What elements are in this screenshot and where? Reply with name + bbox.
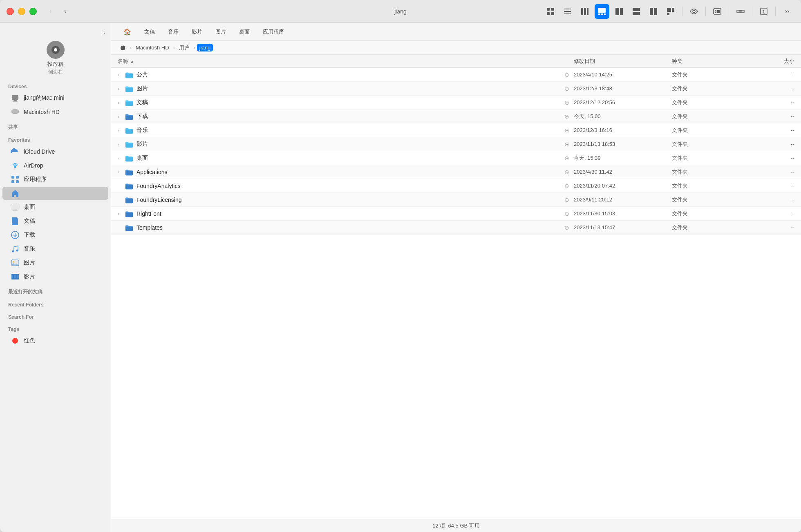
view5-button[interactable] [612, 4, 626, 19]
expand-icon[interactable]: › [118, 114, 124, 119]
column-view-button[interactable] [577, 4, 592, 19]
ruler-button[interactable] [733, 4, 748, 19]
tab-home[interactable]: 🏠 [118, 26, 137, 38]
file-date: 2023/12/3 16:16 [574, 127, 672, 133]
list-view-button[interactable] [560, 4, 575, 19]
breadcrumb-users[interactable]: 用户 [177, 43, 192, 52]
sidebar-item-applications[interactable]: 应用程序 [2, 173, 108, 186]
expand-icon[interactable]: › [118, 142, 124, 147]
col-kind-header[interactable]: 种类 [672, 58, 745, 65]
tab-music[interactable]: 音乐 [162, 26, 184, 38]
more-button[interactable] [710, 4, 725, 19]
forward-button[interactable]: › [60, 6, 71, 17]
tab-docs[interactable]: 文稿 [139, 26, 161, 38]
photos-icon [11, 258, 20, 267]
breadcrumb-macintosh[interactable]: Macintosh HD [133, 44, 172, 51]
info-button[interactable] [756, 4, 771, 19]
sidebar-item-movies[interactable]: 影片 [2, 270, 108, 283]
svg-rect-3 [551, 12, 554, 15]
tab-photos[interactable]: 图片 [210, 26, 232, 38]
breadcrumb-jiang-label: jiang [199, 45, 210, 51]
close-button[interactable] [7, 8, 14, 15]
svg-point-45 [14, 165, 16, 168]
expand-icon[interactable]: › [118, 72, 124, 77]
expand-icon[interactable]: › [118, 170, 124, 174]
icon-view-button[interactable] [543, 4, 558, 19]
view6-button[interactable] [629, 4, 644, 19]
view7-button[interactable] [646, 4, 661, 19]
sidebar-item-downloads[interactable]: 下载 [2, 228, 108, 241]
file-row[interactable]: › 影片 ⊖ 2023/11/13 18:53 文件夹 -- [111, 137, 801, 151]
file-row[interactable]: › 图片 ⊖ 2023/12/3 18:48 文件夹 -- [111, 82, 801, 96]
maximize-button[interactable] [29, 8, 37, 15]
breadcrumb-jiang[interactable]: jiang [197, 44, 213, 51]
breadcrumb-apple[interactable] [118, 44, 128, 52]
file-list-header: 名称 ▲ 修改日期 种类 大小 [111, 55, 801, 68]
expand-icon[interactable]: › [118, 211, 124, 216]
folder-icon [124, 209, 134, 219]
file-row[interactable]: › Applications ⊖ 2023/4/30 11:42 文件夹 -- [111, 165, 801, 179]
expand-button[interactable]: ›› [780, 4, 794, 19]
file-date: 今天, 15:00 [574, 113, 672, 120]
file-row[interactable]: › 音乐 ⊖ 2023/12/3 16:16 文件夹 -- [111, 123, 801, 137]
breadcrumb-sep-1: › [130, 45, 132, 51]
file-row[interactable]: › 桌面 ⊖ 今天, 15:39 文件夹 -- [111, 151, 801, 165]
file-row[interactable]: FoundryAnalytics ⊖ 2023/11/20 07:42 文件夹 … [111, 179, 801, 193]
red-tag-label: 红色 [24, 337, 35, 344]
expand-icon[interactable]: › [118, 100, 124, 105]
expand-icon[interactable]: › [118, 156, 124, 161]
recent-folders-section-header: Recent Folders [0, 297, 111, 309]
sidebar-item-home[interactable] [2, 187, 108, 200]
svg-rect-17 [633, 12, 640, 15]
preview-button[interactable] [687, 4, 701, 19]
file-size: -- [745, 113, 794, 119]
svg-rect-60 [11, 274, 19, 275]
content-area: 🏠 文稿 音乐 影片 图片 桌面 应用程序 [111, 23, 801, 532]
file-kind: 文件夹 [672, 127, 745, 134]
svg-rect-8 [584, 8, 586, 15]
sidebar-item-docs[interactable]: 文稿 [2, 215, 108, 228]
expand-icon[interactable]: › [118, 86, 124, 91]
sidebar-item-macintosh-hd[interactable]: Macintosh HD [2, 105, 108, 118]
sidebar-item-airdrop[interactable]: AirDrop [2, 159, 108, 172]
gallery-view-button[interactable] [595, 4, 609, 19]
svg-point-44 [11, 109, 19, 113]
status-bar: 12 项, 64.5 GB 可用 [111, 519, 801, 532]
tab-desktop[interactable]: 桌面 [233, 26, 255, 38]
file-row[interactable]: Templates ⊖ 2023/11/13 15:47 文件夹 -- [111, 221, 801, 235]
sidebar-item-photos[interactable]: 图片 [2, 256, 108, 269]
file-row[interactable]: › 文稿 ⊖ 2023/12/12 20:56 文件夹 -- [111, 96, 801, 110]
view8-button[interactable] [663, 4, 678, 19]
tab-movies[interactable]: 影片 [186, 26, 208, 38]
tab-apps[interactable]: 应用程序 [257, 26, 290, 38]
file-row[interactable]: › 下载 ⊖ 今天, 15:00 文件夹 -- [111, 110, 801, 123]
sidebar-item-mac-mini[interactable]: jiang的Mac mini [2, 92, 108, 105]
col-date-header[interactable]: 修改日期 [574, 58, 672, 65]
col-size-header[interactable]: 大小 [745, 58, 794, 65]
file-kind: 文件夹 [672, 113, 745, 120]
svg-rect-2 [547, 12, 550, 15]
file-row[interactable]: FoundryLicensing ⊖ 2023/9/11 20:12 文件夹 -… [111, 193, 801, 207]
col-name-header[interactable]: 名称 ▲ [118, 58, 574, 65]
back-button[interactable]: ‹ [45, 6, 56, 17]
home-tab-icon: 🏠 [123, 28, 131, 36]
svg-rect-20 [667, 8, 671, 12]
sidebar-item-desktop[interactable]: 桌面 [2, 201, 108, 214]
file-row[interactable]: › 公共 ⊖ 2023/4/10 14:25 文件夹 -- [111, 68, 801, 82]
file-name: 桌面 [136, 154, 562, 162]
file-kind: 文件夹 [672, 196, 745, 203]
file-size: -- [745, 197, 794, 203]
sidebar-item-red-tag[interactable]: 红色 [2, 334, 108, 347]
desktop-icon [11, 203, 20, 212]
minimize-button[interactable] [18, 8, 25, 15]
sidebar-item-music[interactable]: 音乐 [2, 242, 108, 255]
file-size: -- [745, 183, 794, 189]
dropbox-label: 投放箱 [47, 60, 63, 68]
file-size: -- [745, 224, 794, 230]
sidebar-item-icloud-drive[interactable]: iCloud Drive [2, 145, 108, 158]
sidebar-collapse-button[interactable]: › [103, 29, 105, 36]
svg-rect-11 [598, 13, 600, 15]
expand-icon[interactable]: › [118, 128, 124, 133]
file-row[interactable]: › RightFont ⊖ 2023/11/30 15:03 文件夹 -- [111, 207, 801, 221]
restrict-icon: ⊖ [562, 84, 571, 93]
